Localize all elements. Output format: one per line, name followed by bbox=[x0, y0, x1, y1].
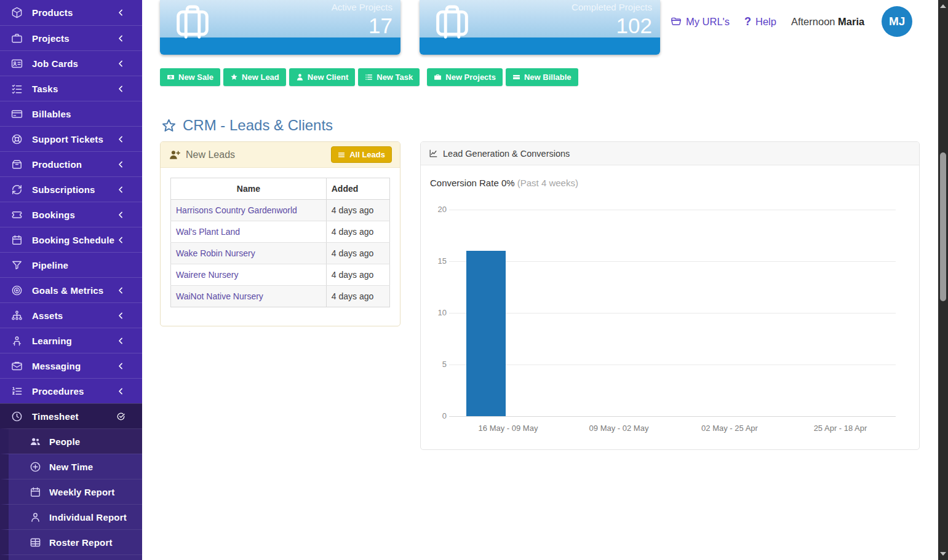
new-projects-button[interactable]: New Projects bbox=[427, 68, 503, 86]
user-icon bbox=[296, 73, 304, 81]
sidebar-item-goals-metrics[interactable]: Goals & Metrics bbox=[0, 277, 142, 302]
sidebar-item-job-cards[interactable]: Job Cards bbox=[0, 50, 142, 76]
hamburger-icon bbox=[338, 151, 345, 159]
chevron-left-icon bbox=[116, 84, 125, 93]
sidebar-item-people[interactable]: People bbox=[0, 428, 142, 454]
sidebar-item-timesheet[interactable]: Timesheet bbox=[0, 403, 142, 428]
sidebar-item-learning[interactable]: Learning bbox=[0, 328, 142, 353]
stat-card-active-projects[interactable]: Active Projects 17 bbox=[160, 0, 400, 55]
sidebar-item-label: Subscriptions bbox=[32, 184, 116, 195]
gridline bbox=[449, 210, 896, 210]
user-icon bbox=[30, 511, 41, 523]
lead-added-cell: 4 days ago bbox=[326, 200, 389, 221]
card-icon bbox=[512, 73, 520, 81]
sidebar-item-new-time[interactable]: New Time bbox=[0, 454, 142, 479]
briefcase-icon bbox=[434, 73, 442, 81]
checklist-icon bbox=[11, 83, 23, 95]
top-bar: My URL's ? Help Afternoon Maria MJ bbox=[671, 6, 912, 37]
sidebar-item-bookings[interactable]: Bookings bbox=[0, 202, 142, 227]
sidebar-item-products[interactable]: Products bbox=[0, 0, 142, 25]
y-axis-tick-label: 5 bbox=[426, 360, 447, 369]
lead-name-cell: Wal's Plant Land bbox=[171, 221, 327, 243]
sidebar-item-label: Bookings bbox=[32, 210, 116, 220]
table-row: Harrisons Country Gardenworld4 days ago bbox=[171, 200, 390, 221]
all-leads-button[interactable]: All Leads bbox=[331, 146, 392, 163]
sidebar-item-individual-report[interactable]: Individual Report bbox=[0, 504, 142, 529]
chevron-left-icon bbox=[116, 336, 125, 345]
life-ring-icon bbox=[11, 133, 23, 145]
gridline bbox=[449, 313, 896, 314]
sidebar-item-production[interactable]: Production bbox=[0, 151, 142, 176]
sidebar-item-label: Goals & Metrics bbox=[32, 285, 116, 296]
scrollbar-down-arrow[interactable] bbox=[940, 552, 946, 556]
scrollbar-track[interactable] bbox=[938, 0, 948, 560]
table-row: Wairere Nursery4 days ago bbox=[171, 264, 390, 286]
stat-value: 17 bbox=[368, 14, 392, 38]
camera-icon bbox=[167, 73, 175, 81]
sidebar-item-pipeline[interactable]: Pipeline bbox=[0, 252, 142, 277]
sidebar-item-partial bbox=[0, 554, 142, 560]
sidebar-item-procedures[interactable]: Procedures bbox=[0, 378, 142, 403]
x-axis-tick-label: 16 May - 09 May bbox=[453, 424, 564, 433]
lead-link[interactable]: Harrisons Country Gardenworld bbox=[176, 205, 297, 215]
help-label: Help bbox=[755, 16, 776, 28]
scrollbar-up-arrow[interactable] bbox=[940, 4, 946, 8]
question-icon: ? bbox=[744, 15, 751, 28]
button-label: New Task bbox=[376, 73, 413, 82]
new-task-button[interactable]: New Task bbox=[358, 68, 420, 86]
my-urls-link[interactable]: My URL's bbox=[671, 16, 730, 28]
lead-link[interactable]: Wake Robin Nursery bbox=[176, 248, 255, 258]
sidebar-item-booking-schedule[interactable]: Booking Schedule bbox=[0, 227, 142, 252]
sidebar-item-projects[interactable]: Projects bbox=[0, 25, 142, 50]
sidebar-item-label: Billables bbox=[32, 109, 135, 119]
scrollbar-thumb[interactable] bbox=[940, 152, 946, 301]
sidebar-item-subscriptions[interactable]: Subscriptions bbox=[0, 176, 142, 202]
gridline bbox=[449, 365, 896, 365]
help-link[interactable]: ? Help bbox=[744, 15, 776, 28]
sidebar-item-messaging[interactable]: Messaging bbox=[0, 353, 142, 378]
sidebar-item-label: Assets bbox=[32, 310, 116, 321]
chevron-left-icon bbox=[116, 286, 125, 295]
avatar[interactable]: MJ bbox=[882, 6, 912, 37]
sidebar-item-label: Timesheet bbox=[32, 411, 116, 422]
new-billable-button[interactable]: New Billable bbox=[506, 68, 578, 86]
lead-added-cell: 4 days ago bbox=[326, 286, 389, 307]
sidebar-item-weekly-report[interactable]: Weekly Report bbox=[0, 479, 142, 504]
page-title: CRM - Leads & Clients bbox=[183, 117, 333, 134]
new-leads-panel: New Leads All Leads Name Added Harrisons… bbox=[160, 141, 400, 326]
briefcase-icon bbox=[11, 33, 23, 44]
new-client-button[interactable]: New Client bbox=[289, 68, 355, 86]
sidebar-item-billables[interactable]: Billables bbox=[0, 101, 142, 126]
lead-name-cell: Wairere Nursery bbox=[171, 264, 327, 286]
new-lead-button[interactable]: New Lead bbox=[223, 68, 286, 86]
id-card-icon bbox=[11, 58, 23, 69]
sidebar-item-label: Projects bbox=[32, 33, 116, 44]
button-label: New Billable bbox=[524, 73, 572, 82]
learning-icon bbox=[11, 335, 23, 347]
sidebar-item-assets[interactable]: Assets bbox=[0, 302, 142, 328]
sidebar-item-roster-report[interactable]: Roster Report bbox=[0, 529, 142, 554]
lead-link[interactable]: Wal's Plant Land bbox=[176, 227, 240, 237]
lead-added-cell: 4 days ago bbox=[326, 221, 389, 243]
sidebar-item-tasks[interactable]: Tasks bbox=[0, 76, 142, 101]
sidebar-item-label: Individual Report bbox=[49, 512, 135, 523]
my-urls-label: My URL's bbox=[686, 16, 730, 28]
y-axis-tick-label: 15 bbox=[426, 256, 447, 266]
lead-link[interactable]: Wairere Nursery bbox=[176, 270, 238, 280]
chevron-left-icon bbox=[116, 8, 125, 17]
stat-card-completed-projects[interactable]: Completed Projects 102 bbox=[420, 0, 660, 55]
lead-link[interactable]: WaiNot Native Nursery bbox=[176, 291, 263, 301]
chevron-left-icon bbox=[116, 235, 125, 245]
clock-icon bbox=[11, 411, 23, 422]
stat-value: 102 bbox=[616, 14, 652, 38]
sidebar-item-label: Products bbox=[32, 7, 116, 18]
new-sale-button[interactable]: New Sale bbox=[160, 68, 220, 86]
sync-icon bbox=[11, 184, 23, 195]
column-header-name: Name bbox=[171, 178, 327, 200]
sidebar-item-label: Weekly Report bbox=[49, 487, 135, 497]
gridline bbox=[449, 261, 896, 262]
folder-icon bbox=[671, 16, 682, 27]
sidebar-item-support-tickets[interactable]: Support Tickets bbox=[0, 126, 142, 151]
chevron-left-icon bbox=[116, 160, 125, 169]
list-icon bbox=[365, 73, 373, 81]
